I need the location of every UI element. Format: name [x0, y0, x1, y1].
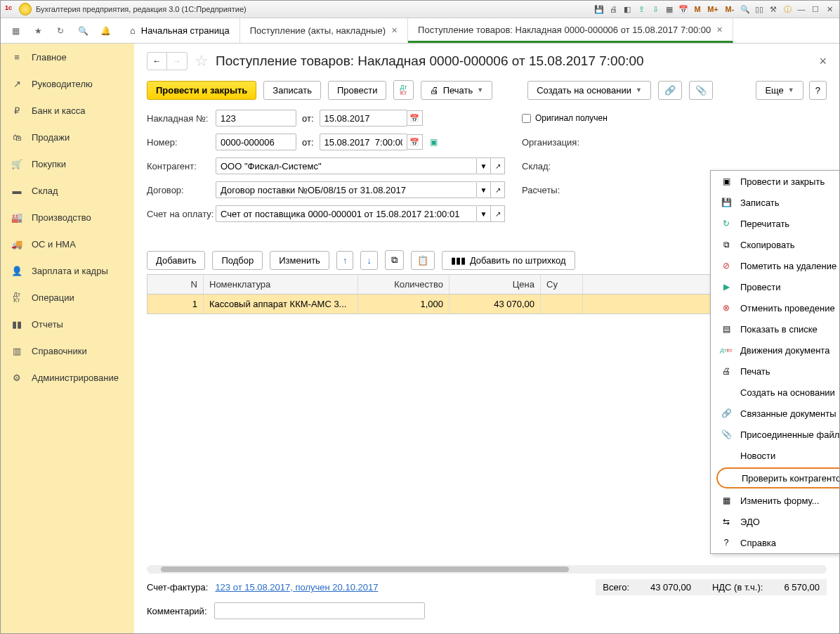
table-icon[interactable]: ▦	[664, 4, 675, 15]
panels-icon[interactable]: ▯▯	[754, 4, 765, 15]
dd-linked[interactable]: 🔗Связанные документы	[711, 403, 839, 424]
sidebar-item-bank[interactable]: ₽Банк и касса	[1, 97, 134, 124]
add-row-button[interactable]: Добавить	[147, 251, 205, 270]
sidebar-item-reports[interactable]: ▮▮Отчеты	[1, 311, 134, 337]
move-up-button[interactable]: ↑	[336, 251, 354, 270]
apps-icon[interactable]: ▦	[9, 25, 22, 37]
zoom-icon[interactable]: 🔍	[740, 4, 751, 15]
sidebar-item-warehouse[interactable]: ▬Склад	[1, 177, 134, 204]
sidebar-item-main[interactable]: ≡Главное	[1, 44, 134, 70]
select-button[interactable]: Подбор	[212, 251, 263, 270]
nav-back-icon[interactable]: ←	[147, 53, 167, 70]
favorite-icon[interactable]: ★	[32, 25, 44, 37]
sf-link[interactable]: 123 от 15.08.2017, получен 20.10.2017	[215, 582, 378, 593]
calendar-icon[interactable]: 📅	[407, 134, 423, 150]
invoice-date-input[interactable]	[320, 110, 407, 127]
dd-cancel-post[interactable]: ⊗Отменить проведение	[711, 297, 839, 318]
calendar-icon[interactable]: 📅	[678, 4, 689, 15]
dd-help[interactable]: ?СправкаF1	[711, 532, 839, 553]
post-button[interactable]: Провести	[328, 81, 387, 100]
help-button[interactable]: ?	[809, 81, 827, 100]
original-received-checkbox[interactable]	[522, 114, 531, 123]
m-minus-button[interactable]: M-	[723, 4, 737, 15]
sidebar-item-sales[interactable]: 🛍Продажи	[1, 124, 134, 150]
status-icon[interactable]: ▣	[430, 137, 438, 147]
calendar-icon[interactable]: 📅	[407, 110, 423, 126]
tab-home[interactable]: ⌂ Начальная страница	[120, 18, 240, 43]
sidebar-item-manager[interactable]: ↗Руководителю	[1, 70, 134, 97]
maximize-icon[interactable]: ☐	[810, 4, 821, 15]
nav-forward-icon[interactable]: →	[167, 53, 187, 70]
m-button[interactable]: M	[692, 4, 703, 15]
comment-input[interactable]	[214, 602, 425, 619]
dd-news[interactable]: Новости	[711, 445, 839, 466]
history-icon[interactable]: ↻	[54, 25, 67, 37]
open-icon[interactable]: ↗	[491, 205, 505, 222]
close-page-icon[interactable]: ×	[819, 54, 827, 69]
number-date-input[interactable]	[320, 134, 407, 150]
compare-icon[interactable]: ◧	[622, 4, 633, 15]
dd-attached[interactable]: 📎Присоединенные файлы	[711, 424, 839, 445]
dd-show-list[interactable]: ▤Показать в списке▶	[711, 318, 839, 339]
minimize-icon[interactable]: —	[796, 4, 807, 15]
dropdown-icon[interactable]: ▼	[477, 157, 491, 174]
sidebar-item-purchases[interactable]: 🛒Покупки	[1, 150, 134, 177]
dd-mark-delete[interactable]: ⊘Пометить на удаление / Снять пометку	[711, 255, 839, 276]
column-header-n[interactable]: N	[147, 275, 204, 294]
app-dropdown-icon[interactable]	[19, 3, 32, 15]
dd-print[interactable]: 🖨Печать▶	[711, 361, 839, 382]
number-input[interactable]	[216, 134, 296, 150]
add-barcode-button[interactable]: ▮▮▮Добавить по штрихкод	[442, 251, 575, 270]
tab-receipt-document[interactable]: Поступление товаров: Накладная 0000-0000…	[408, 18, 733, 43]
bell-icon[interactable]: 🔔	[99, 25, 112, 37]
contractor-input[interactable]	[216, 157, 477, 174]
favorite-star-icon[interactable]: ☆	[195, 52, 209, 70]
contract-input[interactable]	[216, 181, 477, 198]
sidebar-item-production[interactable]: 🏭Производство	[1, 204, 134, 231]
open-icon[interactable]: ↗	[491, 181, 505, 198]
print-icon[interactable]: 🖨	[608, 4, 619, 15]
horizontal-scrollbar[interactable]	[147, 565, 827, 574]
attachments-button[interactable]: 📎	[689, 81, 713, 100]
dd-edo[interactable]: ⇆ЭДО▶	[711, 511, 839, 532]
close-window-icon[interactable]: ✕	[824, 4, 835, 15]
dd-change-form[interactable]: ▦Изменить форму...	[711, 490, 839, 511]
post-close-button[interactable]: Провести и закрыть	[147, 81, 256, 100]
dd-post-close[interactable]: ▣Провести и закрыть	[711, 171, 839, 192]
paste-row-button[interactable]: 📋	[411, 251, 435, 270]
column-header-qty[interactable]: Количество	[358, 275, 449, 294]
column-header-price[interactable]: Цена	[449, 275, 541, 294]
edit-button[interactable]: Изменить	[270, 251, 329, 270]
more-button[interactable]: Еще▼	[756, 81, 803, 100]
move-down-button[interactable]: ↓	[360, 251, 378, 270]
tab-close-icon[interactable]: ✕	[391, 26, 398, 35]
receive-icon[interactable]: ⇩	[650, 4, 661, 15]
send-icon[interactable]: ⇪	[636, 4, 647, 15]
create-based-button[interactable]: Создать на основании▼	[527, 81, 651, 100]
nav-back-forward[interactable]: ← →	[147, 52, 188, 70]
tool-icon[interactable]: ⚒	[768, 4, 779, 15]
tab-close-icon[interactable]: ✕	[716, 25, 723, 34]
column-header-sum[interactable]: Су	[541, 275, 583, 294]
print-button[interactable]: 🖨Печать▼	[421, 81, 493, 100]
sidebar-item-references[interactable]: ▥Справочники	[1, 337, 134, 364]
sidebar-item-operations[interactable]: ДтКтОперации	[1, 284, 134, 311]
dd-reload[interactable]: ↻Перечитать	[711, 213, 839, 234]
m-plus-button[interactable]: M+	[706, 4, 720, 15]
open-icon[interactable]: ↗	[491, 157, 505, 174]
invoice-no-input[interactable]	[216, 110, 296, 127]
bill-input[interactable]	[216, 205, 477, 222]
tab-receipts[interactable]: Поступление (акты, накладные) ✕	[240, 18, 408, 43]
sidebar-item-assets[interactable]: 🚚ОС и НМА	[1, 231, 134, 257]
save-button[interactable]: Записать	[263, 81, 321, 100]
dd-check-contractors[interactable]: Проверить контрагентов	[716, 467, 839, 489]
copy-row-button[interactable]: ⧉	[385, 250, 404, 270]
dtkt-button[interactable]: ДтКт	[393, 80, 413, 100]
info-icon[interactable]: ⓘ	[782, 4, 793, 15]
dropdown-icon[interactable]: ▼	[477, 205, 491, 222]
linked-docs-button[interactable]: 🔗	[658, 81, 682, 100]
dd-save[interactable]: 💾ЗаписатьCtrl+S	[711, 192, 839, 213]
search-icon[interactable]: 🔍	[77, 25, 89, 37]
save-icon[interactable]: 💾	[593, 4, 605, 15]
dd-movements[interactable]: ДтКтДвижения документа	[711, 339, 839, 361]
